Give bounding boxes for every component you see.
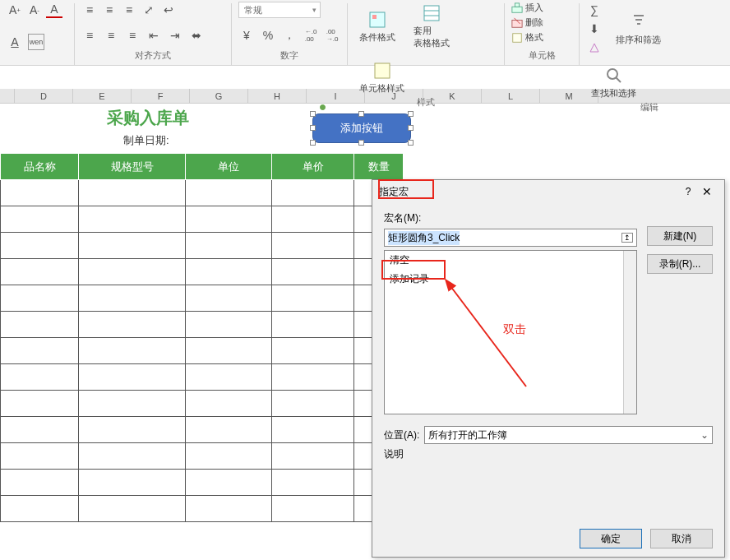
annotation-text: 双击 [503,322,526,337]
autosum-icon[interactable]: ∑ [586,2,603,18]
indent-dec-icon[interactable]: ⇤ [146,27,162,44]
record-macro-button[interactable]: 录制(R)... [647,254,713,274]
table-row[interactable] [1,206,404,233]
table-row[interactable] [1,180,404,206]
th-spec: 规格型号 [79,154,186,180]
table-row[interactable] [1,417,404,443]
new-macro-button[interactable]: 新建(N) [647,226,713,246]
comma-icon[interactable]: ， [281,27,298,44]
font-size-dec-icon[interactable]: A- [26,2,43,18]
location-select[interactable]: 所有打开的工作簿 [424,426,713,444]
svg-rect-2 [424,6,439,21]
orientation-icon[interactable]: ⤢ [141,2,157,18]
resize-handle[interactable] [310,140,316,146]
svg-rect-10 [513,33,522,42]
resize-handle[interactable] [408,111,414,117]
scrollbar[interactable] [623,251,636,414]
percent-icon[interactable]: % [260,27,276,44]
svg-rect-7 [515,2,519,6]
col-header[interactable]: G [190,89,248,103]
th-qty: 数量 [354,154,404,180]
resize-handle[interactable] [358,111,364,117]
help-button[interactable]: ? [680,186,696,197]
data-table: 品名称 规格型号 单位 单价 数量 [0,153,404,522]
macro-item-add-record[interactable]: 添加记录 [385,270,636,289]
table-row[interactable] [1,470,404,496]
indent-inc-icon[interactable]: ⇥ [167,27,183,44]
group-cells-label: 单元格 [511,49,572,63]
clear-icon[interactable] [586,39,603,56]
font-color-icon[interactable]: A [46,2,62,18]
merge-icon[interactable]: ⬌ [188,27,205,44]
table-row[interactable] [1,364,404,391]
number-format-combo[interactable]: 常规 [238,2,321,18]
fill-icon[interactable]: ⬇ [586,21,603,37]
rotate-handle[interactable] [320,104,326,110]
macro-name-label: 宏名(M): [384,211,637,225]
ok-button[interactable]: 确定 [580,529,642,548]
font-size-inc-icon[interactable]: A+ [7,2,23,18]
table-row[interactable] [1,443,404,470]
table-row[interactable] [1,312,404,338]
sort-filter-button[interactable]: 排序和筛选 [611,11,666,48]
group-align-label: 对齐方式 [81,49,224,63]
resize-handle[interactable] [310,111,316,117]
table-row[interactable] [1,496,404,522]
format-button[interactable]: 格式 [511,31,572,44]
resize-handle[interactable] [408,140,414,146]
date-label: 制单日期: [123,133,169,151]
phonetic-icon[interactable]: wen [28,34,44,50]
dec-inc-icon[interactable]: ←.0.00 [303,27,319,44]
align-center-icon[interactable]: ≡ [103,27,119,44]
table-row[interactable] [1,259,404,285]
table-row[interactable] [1,285,404,312]
resize-handle[interactable] [408,125,414,131]
col-header[interactable]: F [132,89,190,103]
table-row[interactable] [1,338,404,364]
col-header[interactable] [0,89,15,103]
cancel-button[interactable]: 取消 [650,529,713,548]
dec-dec-icon[interactable]: .00→.0 [324,27,340,44]
col-header[interactable]: H [248,89,307,103]
ref-picker-icon[interactable]: ↥ [621,233,633,243]
sheet-title: 采购入库单 [107,107,189,129]
align-middle-icon[interactable]: ≡ [101,2,118,18]
svg-rect-6 [512,7,522,12]
shape-add-button[interactable]: 添加按钮 [312,113,411,143]
assign-macro-dialog: 指定宏 ? ✕ 宏名(M): 矩形圆角3_Click ↥ 清空 添加记录 新建(… [372,179,725,558]
table-row[interactable] [1,233,404,259]
description-label: 说明 [372,444,724,465]
align-left-icon[interactable]: ≡ [81,27,98,44]
align-right-icon[interactable]: ≡ [124,27,141,44]
svg-rect-1 [372,15,377,19]
currency-icon[interactable]: ¥ [238,27,255,44]
group-number-label: 数字 [238,49,340,63]
resize-handle[interactable] [310,125,316,131]
align-bottom-icon[interactable]: ≡ [121,2,137,18]
close-button[interactable]: ✕ [696,185,718,198]
macro-item-clear[interactable]: 清空 [385,251,636,270]
underline-icon[interactable]: A [7,34,23,50]
table-row[interactable] [1,391,404,417]
col-header[interactable]: D [15,89,73,103]
delete-button[interactable]: 删除 [511,16,572,29]
col-header[interactable]: M [540,89,598,103]
col-header[interactable]: J [365,89,423,103]
th-price: 单价 [272,154,354,180]
ribbon: A+ A- A A wen ≡ ≡ ≡ ⤢ ↩ ≡ ≡ ≡ ⇤ ⇥ ⬌ 对齐方式 [0,0,730,66]
svg-line-12 [616,77,621,82]
wrap-text-icon[interactable]: ↩ [160,2,177,18]
insert-button[interactable]: 插入 [511,2,572,14]
col-header[interactable]: I [307,89,365,103]
svg-rect-0 [370,12,385,27]
resize-handle[interactable] [358,140,364,146]
align-top-icon[interactable]: ≡ [81,2,98,18]
th-name: 品名称 [1,154,79,180]
col-header[interactable]: E [73,89,132,103]
table-format-button[interactable]: 套用 表格格式 [409,2,455,51]
macro-name-input[interactable]: 矩形圆角3_Click ↥ [384,229,637,247]
group-edit-label: 编辑 [586,101,713,115]
conditional-format-button[interactable]: 条件格式 [354,8,400,45]
col-header[interactable]: L [482,89,540,103]
col-header[interactable]: K [423,89,482,103]
